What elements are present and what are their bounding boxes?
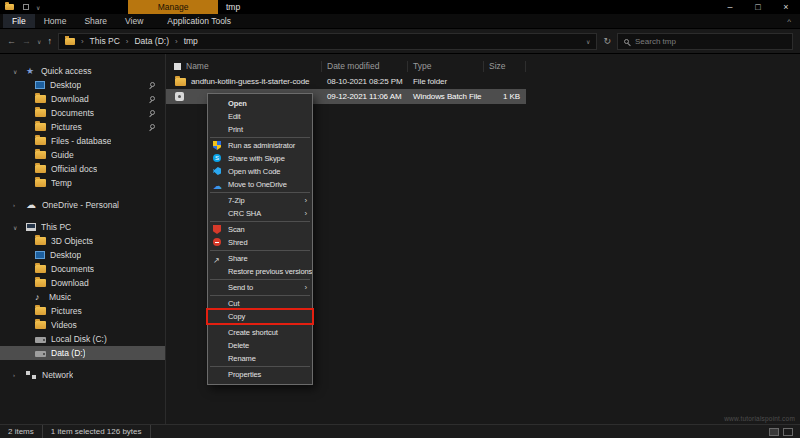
sidebar-item-files-database[interactable]: Files - database — [0, 134, 165, 148]
menu-item-crc-sha[interactable]: CRC SHA› — [208, 207, 312, 220]
menu-item-7zip[interactable]: 7-Zip› — [208, 194, 312, 207]
properties-icon[interactable] — [23, 4, 29, 10]
sidebar-item-desktop-pc[interactable]: Desktop — [0, 248, 165, 262]
menu-item-move-to-onedrive[interactable]: Move to OneDrive — [208, 178, 312, 191]
submenu-arrow-icon: › — [304, 207, 307, 220]
sidebar-item-3d-objects[interactable]: 3D Objects — [0, 234, 165, 248]
chevron-down-icon[interactable]: ∨ — [13, 220, 17, 234]
chevron-right-icon[interactable]: › — [13, 368, 15, 382]
ribbon-collapse-icon[interactable]: ^ — [787, 17, 791, 26]
window-controls: – □ × — [716, 0, 800, 14]
breadcrumb[interactable]: › This PC › Data (D:) › tmp ∨ — [58, 33, 598, 50]
sidebar-item-documents-pc[interactable]: Documents — [0, 262, 165, 276]
sidebar-item-temp[interactable]: Temp — [0, 176, 165, 190]
refresh-icon[interactable]: ↻ — [603, 36, 611, 46]
menu-separator — [210, 221, 310, 222]
sidebar-item-guide[interactable]: Guide — [0, 148, 165, 162]
sidebar-item-network[interactable]: › Network — [0, 368, 165, 382]
menu-separator — [210, 324, 310, 325]
column-header-name[interactable]: Name — [166, 61, 322, 72]
search-icon — [624, 39, 629, 44]
chevron-right-icon[interactable]: › — [13, 198, 15, 212]
menu-item-share[interactable]: Share — [208, 252, 312, 265]
breadcrumb-this-pc[interactable]: This PC — [90, 36, 120, 46]
address-dropdown-icon[interactable]: ∨ — [586, 38, 590, 45]
sidebar-item-desktop[interactable]: Desktop — [0, 78, 165, 92]
tab-share[interactable]: Share — [75, 16, 116, 26]
menu-item-share-with-skype[interactable]: Share with Skype — [208, 152, 312, 165]
tab-file[interactable]: File — [3, 14, 35, 28]
up-button[interactable]: ↑ — [47, 36, 52, 46]
sidebar-item-download[interactable]: Download — [0, 92, 165, 106]
sidebar-item-pictures[interactable]: Pictures — [0, 120, 165, 134]
search-box[interactable]: Search tmp — [617, 33, 793, 50]
menu-item-rename[interactable]: Rename — [208, 352, 312, 365]
tab-application-tools[interactable]: Application Tools — [158, 16, 240, 26]
shred-icon — [213, 238, 221, 246]
menu-item-print[interactable]: Print — [208, 123, 312, 136]
menu-item-open-with-code[interactable]: Open with Code — [208, 165, 312, 178]
minimize-button[interactable]: – — [716, 0, 744, 14]
menu-item-create-shortcut[interactable]: Create shortcut — [208, 326, 312, 339]
sidebar-item-videos[interactable]: Videos — [0, 318, 165, 332]
menu-item-label: Edit — [228, 112, 241, 121]
uac-shield-icon — [213, 141, 221, 150]
breadcrumb-data-d[interactable]: Data (D:) — [134, 36, 168, 46]
menu-item-copy[interactable]: Copy — [208, 310, 312, 323]
breadcrumb-separator: › — [126, 37, 129, 46]
maximize-button[interactable]: □ — [744, 0, 772, 14]
toolbar-dropdown-icon[interactable]: ∨ — [36, 4, 40, 11]
folder-icon — [35, 137, 46, 145]
menu-item-properties[interactable]: Properties — [208, 368, 312, 381]
context-menu: Open Edit Print Run as administrator Sha… — [207, 93, 313, 385]
tab-home[interactable]: Home — [35, 16, 76, 26]
menu-item-shred[interactable]: Shred — [208, 236, 312, 249]
sidebar-item-quick-access[interactable]: ∨ Quick access — [0, 64, 165, 78]
menu-item-delete[interactable]: Delete — [208, 339, 312, 352]
quick-access-star-icon — [26, 66, 36, 76]
menu-item-open[interactable]: Open — [208, 97, 312, 110]
pictures-folder-icon — [35, 307, 46, 315]
forward-button[interactable]: → — [22, 36, 31, 46]
sidebar-item-label: Temp — [51, 178, 72, 188]
sidebar-item-local-disk-c[interactable]: Local Disk (C:) — [0, 332, 165, 346]
sidebar-item-music[interactable]: Music — [0, 290, 165, 304]
column-header-type[interactable]: Type — [408, 61, 484, 72]
back-button[interactable]: ← — [7, 36, 16, 46]
select-all-checkbox[interactable] — [174, 63, 181, 70]
details-view-icon[interactable] — [769, 428, 779, 436]
view-toggles — [769, 428, 800, 436]
sidebar-item-this-pc[interactable]: ∨ This PC — [0, 220, 165, 234]
onedrive-cloud-icon — [213, 180, 221, 189]
sidebar-item-official-docs[interactable]: Official docs — [0, 162, 165, 176]
sidebar-item-documents[interactable]: Documents — [0, 106, 165, 120]
manage-contextual-tab[interactable]: Manage — [128, 0, 218, 14]
share-icon — [213, 254, 221, 263]
breadcrumb-tmp[interactable]: tmp — [184, 36, 198, 46]
recent-locations-dropdown-icon[interactable]: ∨ — [37, 38, 41, 45]
column-header-date-modified[interactable]: Date modified — [322, 61, 408, 72]
file-row-folder[interactable]: andfun-kotlin-guess-it-starter-code 08-1… — [166, 74, 526, 89]
submenu-arrow-icon: › — [304, 194, 307, 207]
menu-item-label: Rename — [228, 354, 256, 363]
menu-item-scan[interactable]: Scan — [208, 223, 312, 236]
sidebar-item-pictures-pc[interactable]: Pictures — [0, 304, 165, 318]
thumbnails-view-icon[interactable] — [783, 428, 793, 436]
folder-icon — [35, 237, 46, 245]
menu-item-cut[interactable]: Cut — [208, 297, 312, 310]
tab-view[interactable]: View — [116, 16, 152, 26]
sidebar-item-data-d[interactable]: Data (D:) — [0, 346, 165, 360]
menu-item-restore-previous-versions[interactable]: Restore previous versions — [208, 265, 312, 278]
sidebar-item-onedrive[interactable]: › OneDrive - Personal — [0, 198, 165, 212]
sidebar-item-label: Local Disk (C:) — [51, 334, 107, 344]
chevron-down-icon[interactable]: ∨ — [13, 64, 17, 78]
menu-item-run-as-administrator[interactable]: Run as administrator — [208, 139, 312, 152]
file-type: Windows Batch File — [408, 92, 484, 101]
close-button[interactable]: × — [772, 0, 800, 14]
column-header-size[interactable]: Size — [484, 61, 526, 72]
menu-item-edit[interactable]: Edit — [208, 110, 312, 123]
downloads-folder-icon — [35, 95, 46, 103]
sidebar-item-download-pc[interactable]: Download — [0, 276, 165, 290]
sidebar-item-label: Desktop — [50, 80, 81, 90]
menu-item-send-to[interactable]: Send to› — [208, 281, 312, 294]
